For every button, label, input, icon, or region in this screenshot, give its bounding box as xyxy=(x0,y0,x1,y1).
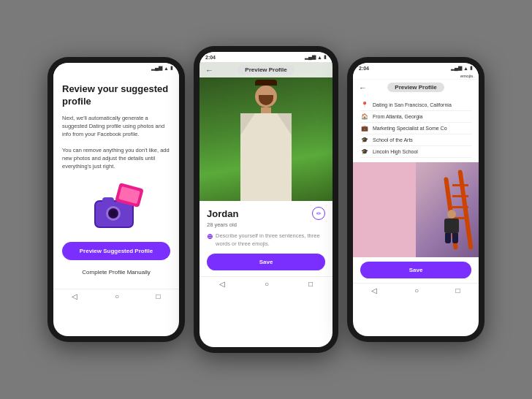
person-on-stairs xyxy=(443,210,460,239)
profile-info: Jordan ✏ 28 years old ⊕ Describe yoursel… xyxy=(200,201,332,276)
top-notif: emojis. xyxy=(353,73,479,80)
lapel-right xyxy=(277,113,292,135)
nav-bar-2: ◁ ○ □ xyxy=(200,276,332,291)
signal-2: ▂▄▆ xyxy=(305,54,316,60)
nav-square-3[interactable]: □ xyxy=(456,286,460,294)
wifi-3: ▲ xyxy=(463,66,468,71)
preview-header-title-3: Preview Profile xyxy=(387,83,444,92)
phone3-header: ← Preview Profile xyxy=(353,80,479,95)
building-bg xyxy=(353,162,416,257)
review-title: Review your suggested profile xyxy=(62,83,170,108)
phone-1-screen: ▂▄▆ ▲ ▮ Review your suggested profile Ne… xyxy=(53,63,179,336)
nav-square-1[interactable]: □ xyxy=(156,292,161,300)
status-icons-1: ▂▄▆ ▲ ▮ xyxy=(151,65,173,71)
detail-from: From Atlanta, Georgia xyxy=(373,114,471,119)
wifi-icon: ▲ xyxy=(164,66,169,71)
work-icon: 💼 xyxy=(360,125,369,132)
detail-job: Marketing Specialist at Some Co xyxy=(373,126,471,131)
head xyxy=(255,86,277,107)
signal-icon: ▂▄▆ xyxy=(151,65,162,71)
person3-head xyxy=(447,210,456,218)
location-icon: 📍 xyxy=(360,102,369,108)
hair-top xyxy=(255,80,277,86)
bio-placeholder: Describe yourself in three sentences, th… xyxy=(216,232,325,248)
detail-school1: School of the Arts xyxy=(373,137,471,142)
photo-section: ← Preview Profile xyxy=(200,62,332,201)
preview-header-2: ← Preview Profile xyxy=(200,62,332,77)
status-bar-1: ▂▄▆ ▲ ▮ xyxy=(53,63,179,73)
save-button-3[interactable]: Save xyxy=(360,262,471,278)
person3-legs xyxy=(443,233,460,243)
time-2: 2:04 xyxy=(205,55,216,60)
camera-icon-wrap xyxy=(91,184,142,228)
plus-icon: ⊕ xyxy=(207,232,213,241)
edit-pencil: ✏ xyxy=(316,210,322,217)
save-button-2[interactable]: Save xyxy=(207,254,325,270)
person3-body xyxy=(444,218,459,233)
nav-back-3[interactable]: ◁ xyxy=(371,286,377,294)
status-icons-3: ▂▄▆ ▲ ▮ xyxy=(451,65,473,71)
time-3: 2:04 xyxy=(359,66,369,71)
nav-back-1[interactable]: ◁ xyxy=(72,292,77,300)
phone-1: ▂▄▆ ▲ ▮ Review your suggested profile Ne… xyxy=(48,57,185,342)
detail-row-school2: 🎓 Lincoln High School xyxy=(360,146,471,158)
camera-illustration xyxy=(62,180,170,232)
suit-body xyxy=(240,113,292,201)
phone-3: 2:04 ▂▄▆ ▲ ▮ emojis. ← Preview Profile 📍 xyxy=(347,57,484,342)
battery-icon-1: ▮ xyxy=(170,65,173,71)
battery-2: ▮ xyxy=(324,54,327,60)
status-icons-2: ▂▄▆ ▲ ▮ xyxy=(305,54,327,60)
detail-row-school1: 🎓 School of the Arts xyxy=(360,134,471,146)
nav-square-2[interactable]: □ xyxy=(308,280,313,288)
detail-school2: Lincoln High School xyxy=(373,149,471,154)
step-1 xyxy=(452,184,468,186)
profile-name-row: Jordan ✏ xyxy=(207,207,325,220)
detail-row-from: 🏠 From Atlanta, Georgia xyxy=(360,111,471,123)
wifi-2: ▲ xyxy=(317,55,322,60)
preview-suggested-button[interactable]: Preview Suggested Profile xyxy=(62,242,170,260)
camera-bump xyxy=(102,197,114,203)
signal-3: ▂▄▆ xyxy=(451,65,462,71)
nav-home-2[interactable]: ○ xyxy=(265,280,269,288)
school-icon-1: 🎓 xyxy=(360,137,369,143)
lapel-left xyxy=(240,113,255,135)
preview-header-title-2: Preview Profile xyxy=(238,65,294,75)
home-icon: 🏠 xyxy=(360,113,369,120)
photo-card-inner xyxy=(118,186,140,204)
nav-home-1[interactable]: ○ xyxy=(115,292,119,300)
step-3 xyxy=(452,206,468,208)
status-bar-2: 2:04 ▂▄▆ ▲ ▮ xyxy=(200,52,332,62)
nav-bar-3: ◁ ○ □ xyxy=(353,283,479,297)
leg-right xyxy=(452,233,458,243)
add-bio-row[interactable]: ⊕ Describe yourself in three sentences, … xyxy=(207,232,325,248)
nav-back-2[interactable]: ◁ xyxy=(219,280,225,288)
phone-3-screen: 2:04 ▂▄▆ ▲ ▮ emojis. ← Preview Profile 📍 xyxy=(353,63,479,336)
complete-manually-button[interactable]: Complete Profile Manually xyxy=(62,266,170,278)
review-content: Review your suggested profile Next, we'l… xyxy=(53,73,179,289)
top-label: emojis. xyxy=(460,74,474,78)
phone3-photo xyxy=(353,162,479,257)
school-icon-2: 🎓 xyxy=(360,148,369,155)
back-button-3[interactable]: ← xyxy=(359,83,367,92)
neck xyxy=(261,107,271,113)
profile-name: Jordan xyxy=(207,208,238,219)
profile-details: 📍 Dating in San Francisco, California 🏠 … xyxy=(353,95,479,162)
leg-left xyxy=(445,233,451,243)
back-button-2[interactable]: ← xyxy=(205,66,213,75)
phone-2: 2:04 ▂▄▆ ▲ ▮ xyxy=(194,46,338,353)
profile-photo xyxy=(200,62,332,201)
nav-home-3[interactable]: ○ xyxy=(414,286,419,294)
edit-icon[interactable]: ✏ xyxy=(312,207,325,220)
person-figure xyxy=(240,80,292,201)
status-bar-3: 2:04 ▂▄▆ ▲ ▮ xyxy=(353,63,479,73)
nav-bar-1: ◁ ○ □ xyxy=(53,289,179,303)
battery-3: ▮ xyxy=(470,65,473,71)
profile-age: 28 years old xyxy=(207,221,325,228)
step-2 xyxy=(452,195,468,197)
phone3-save-row: Save xyxy=(353,257,479,283)
detail-row-job: 💼 Marketing Specialist at Some Co xyxy=(360,123,471,134)
phone-2-screen: 2:04 ▂▄▆ ▲ ▮ xyxy=(200,52,332,347)
beard xyxy=(259,95,273,105)
review-desc-1: Next, we'll automatically generate a sug… xyxy=(62,114,170,139)
detail-row-location: 📍 Dating in San Francisco, California xyxy=(360,99,471,111)
